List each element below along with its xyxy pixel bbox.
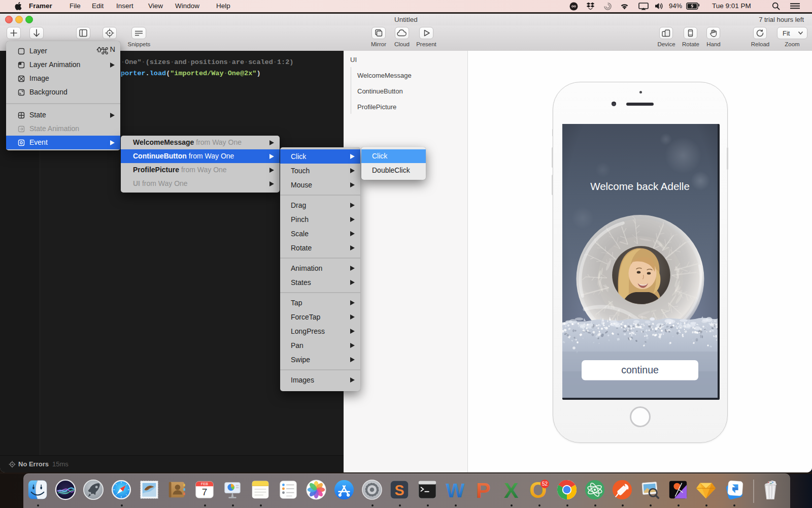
svg-text:S: S [394,482,404,498]
svg-text:P: P [476,479,491,500]
svg-text:W: W [446,480,465,500]
svg-text:52: 52 [542,481,548,487]
svg-text:continue: continue [621,364,659,375]
svg-text:FEB: FEB [201,482,208,486]
svg-text:X: X [504,479,519,500]
svg-text:7: 7 [202,487,208,497]
svg-text:Welcome back Adelle: Welcome back Adelle [590,180,690,192]
